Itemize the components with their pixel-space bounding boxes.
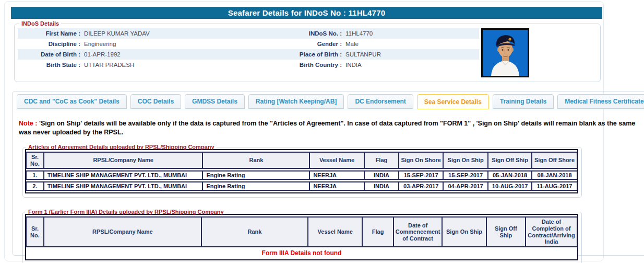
date-of-birth-label: Date of Birth :	[18, 51, 80, 58]
tab-cdc-coc-as-cook-details[interactable]: CDC and "CoC as Cook" Details	[17, 94, 127, 109]
tab-content-section: CDC and "CoC as Cook" Details COC Detail…	[12, 91, 644, 256]
agreement-row-1: 1. TIMELINE SHIP MANAGEMENT PVT. LTD., M…	[26, 170, 577, 180]
agreement-details-section: Articles of Agreement Details uploaded b…	[22, 144, 582, 198]
col-sign-on-ship: Sign On Ship	[443, 152, 488, 169]
seafarer-photo	[481, 28, 529, 77]
cell-vessel: NEERJA	[309, 170, 364, 180]
indos-rows: First Name : DILEEP KUMAR YADAV INDoS No…	[18, 28, 479, 70]
indos-row-first-name: First Name : DILEEP KUMAR YADAV INDoS No…	[18, 28, 479, 39]
cell-sr-no: 1.	[26, 170, 44, 180]
cell-sign-off-shore: 08-JAN-2018	[532, 170, 577, 180]
discipline-value: Engineering	[80, 41, 256, 47]
cell-sign-off-ship: 10-AUG-2017	[488, 181, 532, 191]
place-of-birth-value: SULTANPUR	[342, 51, 479, 58]
form1-empty-message: Form IIIA Details not found	[26, 249, 577, 258]
cell-sign-on-shore: 03-APR-2017	[399, 181, 443, 191]
col-date-completion: Date of Completion of Contract/Arriving …	[526, 216, 577, 247]
page-header: Seafarer Details for INDoS No : 11HL4770	[11, 7, 602, 19]
birth-state-value: UTTAR PRADESH	[80, 62, 256, 68]
page-title: Seafarer Details for INDoS No : 11HL4770	[228, 8, 385, 17]
tab-sea-service-details[interactable]: Sea Service Details	[417, 94, 489, 109]
seafarer-photo-image	[483, 30, 528, 76]
note-prefix: Note :	[19, 120, 37, 127]
cell-sign-off-ship: 05-JAN-2018	[488, 170, 532, 180]
col-rank: Rank	[201, 216, 308, 247]
form1-empty-row: Form IIIA Details not found	[26, 249, 577, 258]
tab-medical-fitness-certificate[interactable]: Medical Fitness Certificate	[557, 94, 644, 109]
col-company: RPSL/Company Name	[44, 216, 201, 247]
indos-row-birth-state: Birth State : UTTAR PRADESH Birth Countr…	[18, 60, 479, 70]
col-flag: Flag	[362, 216, 393, 247]
cell-rank: Engine Rating	[202, 170, 309, 180]
cell-company: TIMELINE SHIP MANAGEMENT PVT. LTD., MUMB…	[44, 181, 203, 191]
cell-sign-on-ship: 04-APR-2017	[443, 181, 488, 191]
date-of-birth-value: 01-APR-1992	[80, 51, 256, 58]
tab-rating-watch-keeping-ab[interactable]: Rating [Watch Keeping/AB]	[248, 94, 344, 109]
col-sign-on-shore: Sign On Shore	[399, 152, 443, 169]
tab-dc-endorsement[interactable]: DC Endorsement	[348, 94, 413, 109]
col-sign-off-ship: Sign Off Ship	[488, 152, 532, 169]
birth-country-value: INDIA	[342, 62, 479, 68]
col-sign-off-ship: Sign Off Ship	[486, 216, 526, 247]
gender-label: Gender :	[256, 41, 342, 47]
cell-flag: INDIA	[364, 181, 399, 191]
indos-no-value: 11HL4770	[342, 30, 479, 37]
gender-value: Male	[342, 41, 479, 47]
cell-sign-off-shore: 11-AUG-2017	[532, 181, 577, 191]
indos-row-birth-date: Date of Birth : 01-APR-1992 Place of Bir…	[18, 49, 479, 60]
first-name-value: DILEEP KUMAR YADAV	[80, 30, 256, 37]
page-container: Seafarer Details for INDoS No : 11HL4770…	[4, 1, 604, 261]
note-body: 'Sign on Ship' details will be available…	[19, 120, 635, 136]
cell-sr-no: 2.	[26, 181, 44, 191]
first-name-label: First Name :	[18, 30, 80, 37]
discipline-label: Discipline :	[18, 41, 80, 47]
cell-sign-on-ship: 15-SEP-2017	[443, 170, 488, 180]
col-company: RPSL/Company Name	[44, 152, 203, 169]
place-of-birth-label: Place of Birth :	[256, 51, 342, 58]
col-vessel: Vessel Name	[308, 216, 362, 247]
col-sr-no: Sr. No.	[26, 152, 44, 169]
birth-state-label: Birth State :	[18, 62, 80, 68]
col-date-commencement: Date of Commencement of Contract	[393, 216, 443, 247]
note-text: Note : 'Sign on Ship' details will be av…	[19, 119, 644, 136]
tab-bar: CDC and "CoC as Cook" Details COC Detail…	[16, 94, 644, 109]
form1-details-legend: Form 1 (Earlier Form IIIA) Details uploa…	[26, 209, 226, 215]
form1-table: Sr. No. RPSL/Company Name Rank Vessel Na…	[25, 214, 578, 260]
agreement-details-legend: Articles of Agreement Details uploaded b…	[26, 144, 217, 150]
cell-flag: INDIA	[364, 170, 399, 180]
indos-no-label: INDoS No. :	[256, 30, 342, 37]
agreement-row-2: 2. TIMELINE SHIP MANAGEMENT PVT. LTD., M…	[26, 181, 577, 191]
cell-vessel: NEERJA	[309, 181, 364, 191]
agreement-table: Sr. No. RPSL/Company Name Rank Vessel Na…	[25, 149, 578, 193]
indos-details-section: INDoS Details First Name : DILEEP KUMAR …	[14, 20, 601, 82]
cell-company: TIMELINE SHIP MANAGEMENT PVT. LTD., MUMB…	[44, 170, 203, 180]
cell-rank: Engine Rating	[202, 181, 309, 191]
tab-coc-details[interactable]: COC Details	[130, 94, 181, 109]
col-rank: Rank	[202, 152, 309, 169]
agreement-header-row: Sr. No. RPSL/Company Name Rank Vessel Na…	[26, 152, 577, 169]
col-vessel: Vessel Name	[309, 152, 364, 169]
indos-details-body: First Name : DILEEP KUMAR YADAV INDoS No…	[18, 27, 598, 77]
col-sign-off-shore: Sign Off Shore	[532, 152, 577, 169]
form1-header-row: Sr. No. RPSL/Company Name Rank Vessel Na…	[26, 216, 577, 247]
indos-details-legend: INDoS Details	[19, 20, 61, 27]
indos-row-discipline: Discipline : Engineering Gender : Male	[18, 39, 479, 49]
col-sr-no: Sr. No.	[26, 216, 44, 247]
birth-country-label: Birth Country :	[256, 62, 342, 68]
cell-sign-on-shore: 15-SEP-2017	[399, 170, 443, 180]
tab-gmdss-details[interactable]: GMDSS Details	[185, 94, 245, 109]
form1-details-section: Form 1 (Earlier Form IIIA) Details uploa…	[22, 209, 582, 263]
col-flag: Flag	[364, 152, 399, 169]
col-sign-on-ship: Sign On Ship	[442, 216, 486, 247]
tab-training-details[interactable]: Training Details	[493, 94, 554, 109]
